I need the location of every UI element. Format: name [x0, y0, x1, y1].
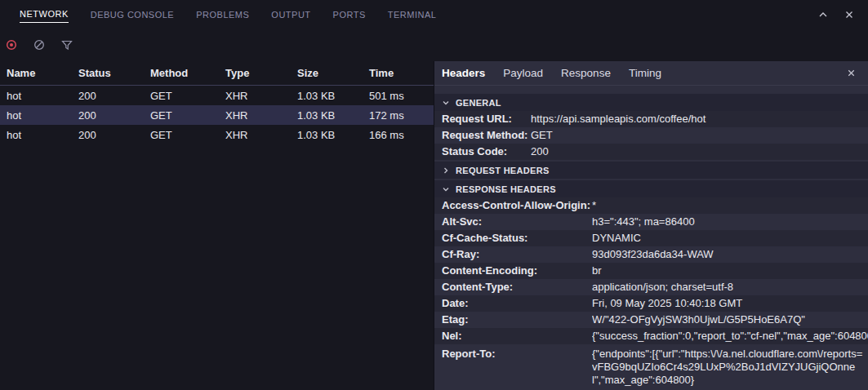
chevron-down-icon	[441, 98, 451, 108]
column-header-type[interactable]: Type	[219, 67, 291, 79]
tab-payload[interactable]: Payload	[503, 67, 543, 79]
network-request-row-selected[interactable]: hot 200 GET XHR 1.03 KB 172 ms	[0, 105, 434, 125]
tab-terminal[interactable]: TERMINAL	[388, 7, 437, 23]
header-name: Cf-Cache-Status:	[442, 230, 592, 246]
details-close-icon[interactable]	[843, 64, 860, 82]
header-row: Access-Control-Allow-Origin: *	[434, 197, 868, 214]
close-icon[interactable]	[840, 6, 858, 24]
tab-output[interactable]: OUTPUT	[271, 7, 310, 23]
cell-size: 1.03 KB	[291, 109, 363, 122]
block-icon	[33, 38, 46, 51]
general-rows: Request URL: https://api.sampleapis.com/…	[434, 111, 868, 160]
header-row: Etag: W/"422-OFgVyjSW3h0UjwL/G5P5HoE6A7Q…	[434, 312, 868, 328]
cell-time: 166 ms	[363, 129, 434, 141]
cell-type: XHR	[219, 90, 291, 102]
header-row: Date: Fri, 09 May 2025 10:40:18 GMT	[434, 295, 868, 312]
header-value: {"success_fraction":0,"report_to":"cf-ne…	[592, 328, 868, 344]
cell-time: 172 ms	[363, 109, 434, 122]
header-value: application/json; charset=utf-8	[592, 279, 868, 295]
section-title: GENERAL	[456, 98, 501, 108]
header-value: br	[592, 263, 868, 279]
cell-time: 501 ms	[363, 90, 434, 102]
record-button[interactable]	[5, 38, 18, 51]
request-details-pane: Headers Payload Response Timing GENERAL	[434, 61, 868, 390]
panel-tab-bar: NETWORK DEBUG CONSOLE PROBLEMS OUTPUT PO…	[0, 0, 868, 29]
network-main-area: Name Status Method Type Size Time hot 20…	[0, 61, 868, 390]
network-devtools-panel: NETWORK DEBUG CONSOLE PROBLEMS OUTPUT PO…	[0, 0, 868, 390]
section-response-headers[interactable]: RESPONSE HEADERS	[434, 180, 868, 197]
details-body: GENERAL Request URL: https://api.samplea…	[434, 86, 868, 390]
network-request-row[interactable]: hot 200 GET XHR 1.03 KB 166 ms	[0, 125, 434, 144]
header-value: 93d093f23da6da34-WAW	[592, 246, 868, 263]
cell-name: hot	[0, 109, 72, 122]
cell-size: 1.03 KB	[291, 90, 363, 102]
header-name: Request Method:	[442, 127, 531, 144]
column-header-size[interactable]: Size	[291, 67, 363, 79]
header-row: Status Code: 200	[434, 144, 868, 160]
header-value: https://api.sampleapis.com/coffee/hot	[531, 111, 868, 127]
header-value: W/"422-OFgVyjSW3h0UjwL/G5P5HoE6A7Q"	[592, 312, 868, 328]
header-name: Content-Type:	[442, 279, 592, 295]
cell-method: GET	[144, 90, 219, 102]
header-row: Request Method: GET	[434, 127, 868, 144]
header-row: Cf-Ray: 93d093f23da6da34-WAW	[434, 246, 868, 263]
header-row: Alt-Svc: h3=":443"; ma=86400	[434, 214, 868, 230]
header-row: Cf-Cache-Status: DYNAMIC	[434, 230, 868, 246]
header-value: 200	[531, 144, 868, 160]
clear-button[interactable]	[33, 38, 46, 51]
section-request-headers[interactable]: REQUEST HEADERS	[434, 162, 868, 179]
tab-headers[interactable]: Headers	[442, 67, 485, 79]
header-name: Access-Control-Allow-Origin:	[442, 197, 592, 214]
cell-method: GET	[144, 129, 219, 141]
header-name: Nel:	[442, 328, 592, 344]
chevron-up-icon[interactable]	[814, 6, 832, 24]
chevron-down-icon	[441, 184, 451, 194]
cell-status: 200	[72, 90, 144, 102]
section-general[interactable]: GENERAL	[434, 94, 868, 111]
tab-problems[interactable]: PROBLEMS	[196, 7, 249, 23]
header-name: Etag:	[442, 312, 592, 328]
response-header-rows: Access-Control-Allow-Origin: * Alt-Svc: …	[434, 197, 868, 390]
cell-status: 200	[72, 129, 144, 141]
filter-button[interactable]	[60, 38, 73, 51]
record-icon	[5, 38, 18, 51]
tab-timing[interactable]: Timing	[629, 67, 661, 79]
cell-type: XHR	[219, 109, 291, 122]
header-name: Report-To:	[442, 346, 592, 362]
header-value: DYNAMIC	[592, 230, 868, 246]
cell-name: hot	[0, 129, 72, 141]
column-header-time[interactable]: Time	[363, 67, 434, 79]
tab-response[interactable]: Response	[561, 67, 611, 79]
header-row: Nel: {"success_fraction":0,"report_to":"…	[434, 328, 868, 344]
requests-table: Name Status Method Type Size Time hot 20…	[0, 61, 434, 390]
column-header-name[interactable]: Name	[0, 67, 72, 79]
header-name: Content-Encoding:	[442, 263, 592, 279]
tab-network[interactable]: NETWORK	[20, 6, 69, 23]
header-row: Content-Type: application/json; charset=…	[434, 279, 868, 295]
cell-size: 1.03 KB	[291, 129, 363, 141]
header-name: Request URL:	[442, 111, 531, 127]
header-row: Report-To: {"endpoints":[{"url":"https:\…	[434, 344, 868, 390]
header-name: Status Code:	[442, 144, 531, 160]
cell-name: hot	[0, 90, 72, 102]
column-header-method[interactable]: Method	[144, 67, 219, 79]
panel-window-controls	[814, 6, 868, 24]
network-request-row[interactable]: hot 200 GET XHR 1.03 KB 501 ms	[0, 86, 434, 105]
details-tab-bar: Headers Payload Response Timing	[434, 61, 868, 86]
header-row: Request URL: https://api.sampleapis.com/…	[434, 111, 868, 127]
filter-icon	[60, 38, 73, 51]
header-value: h3=":443"; ma=86400	[592, 214, 868, 230]
tab-ports[interactable]: PORTS	[333, 7, 366, 23]
header-name: Cf-Ray:	[442, 246, 592, 263]
cell-method: GET	[144, 109, 219, 122]
section-title: REQUEST HEADERS	[456, 166, 550, 175]
requests-table-header: Name Status Method Type Size Time	[0, 61, 434, 86]
cell-status: 200	[72, 109, 144, 122]
header-value: GET	[531, 127, 868, 144]
header-value: *	[592, 197, 868, 214]
tab-debug-console[interactable]: DEBUG CONSOLE	[91, 7, 174, 23]
network-toolbar	[0, 29, 868, 61]
column-header-status[interactable]: Status	[72, 67, 144, 79]
header-value: Fri, 09 May 2025 10:40:18 GMT	[592, 295, 868, 312]
header-value: {"endpoints":[{"url":"https:\/\/a.nel.cl…	[592, 346, 868, 387]
